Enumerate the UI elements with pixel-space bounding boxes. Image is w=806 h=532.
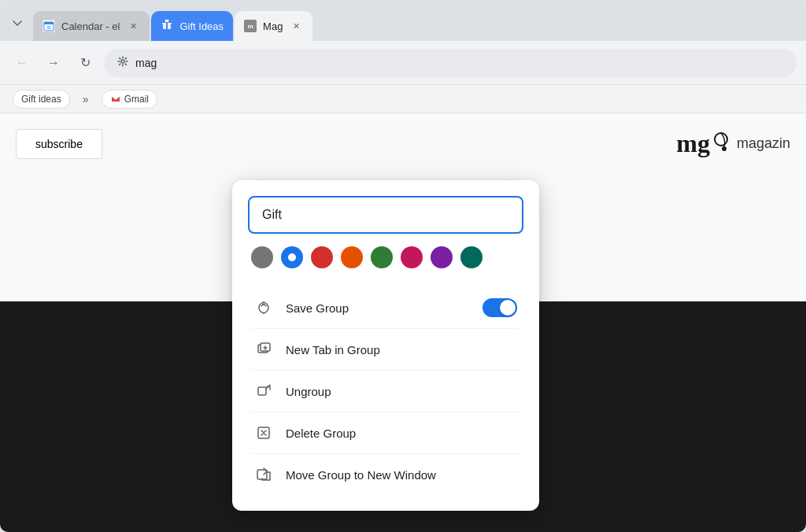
toolbar: ← → ↻ mag bbox=[0, 41, 806, 85]
mag-branding: mg magazin bbox=[676, 129, 790, 158]
settings-icon bbox=[116, 55, 129, 70]
dropdown-panel: Save Group New Tab in Group bbox=[232, 180, 539, 511]
menu-item-new-tab[interactable]: New Tab in Group bbox=[248, 329, 523, 371]
subscribe-button[interactable]: subscribe bbox=[16, 129, 102, 159]
calendar-favicon: 31 bbox=[43, 20, 55, 32]
new-tab-icon bbox=[254, 340, 273, 359]
svg-point-9 bbox=[715, 133, 727, 146]
forward-button[interactable]: → bbox=[41, 50, 66, 76]
ungroup-label: Ungroup bbox=[286, 385, 517, 398]
color-purple[interactable] bbox=[431, 246, 453, 268]
svg-point-10 bbox=[722, 146, 727, 151]
delete-group-label: Delete Group bbox=[286, 427, 517, 440]
mag-tab-close[interactable]: ✕ bbox=[289, 19, 303, 33]
calendar-tab-close[interactable]: ✕ bbox=[126, 19, 140, 33]
move-group-label: Move Group to New Window bbox=[286, 468, 517, 482]
menu-item-ungroup[interactable]: Ungroup bbox=[248, 371, 523, 412]
svg-rect-6 bbox=[166, 22, 168, 29]
color-green[interactable] bbox=[371, 246, 393, 268]
mag-logo: mg bbox=[676, 129, 730, 158]
tab-calendar[interactable]: 31 Calendar - el ✕ bbox=[33, 11, 150, 41]
reload-button[interactable]: ↻ bbox=[72, 50, 98, 76]
bookmarks-bar: Gift ideas » Gmail bbox=[0, 85, 806, 113]
color-pink[interactable] bbox=[401, 246, 423, 268]
gift-tab-icon bbox=[161, 19, 173, 34]
save-group-icon bbox=[254, 298, 273, 317]
delete-group-icon bbox=[254, 423, 273, 442]
back-button[interactable]: ← bbox=[9, 50, 35, 76]
new-tab-label: New Tab in Group bbox=[286, 343, 517, 357]
menu-item-delete-group[interactable]: Delete Group bbox=[248, 412, 523, 454]
color-orange[interactable] bbox=[341, 246, 363, 268]
bookmark-gmail[interactable]: Gmail bbox=[102, 90, 157, 109]
color-blue[interactable] bbox=[281, 246, 303, 268]
mag-favicon: m bbox=[244, 20, 257, 32]
svg-rect-1 bbox=[44, 22, 54, 24]
mag-tab-title: Mag bbox=[263, 20, 283, 32]
color-red[interactable] bbox=[311, 246, 333, 268]
bookmark-gift-ideas[interactable]: Gift ideas bbox=[13, 90, 70, 109]
save-group-toggle[interactable] bbox=[482, 298, 517, 317]
tab-bar: 31 Calendar - el ✕ Gift Ideas m Mag bbox=[0, 0, 806, 41]
group-name-input[interactable] bbox=[248, 196, 523, 234]
toggle-knob bbox=[500, 300, 516, 316]
mag-logo-icon bbox=[712, 131, 730, 157]
page-content: subscribe mg magazin bbox=[0, 113, 806, 532]
svg-point-7 bbox=[121, 60, 124, 63]
tab-mag[interactable]: m Mag ✕ bbox=[235, 11, 312, 41]
tab-list-button[interactable] bbox=[6, 13, 28, 35]
color-teal[interactable] bbox=[460, 246, 482, 268]
ungroup-icon bbox=[254, 382, 273, 401]
gmail-favicon bbox=[110, 94, 121, 105]
subscribe-area: subscribe bbox=[16, 129, 102, 159]
svg-rect-13 bbox=[258, 387, 266, 395]
bookmark-gift-ideas-label: Gift ideas bbox=[21, 94, 61, 105]
menu-item-save-group[interactable]: Save Group bbox=[248, 287, 523, 329]
color-grey[interactable] bbox=[251, 246, 273, 268]
address-bar[interactable]: mag bbox=[104, 49, 797, 77]
tab-gift-ideas[interactable]: Gift Ideas bbox=[151, 11, 233, 41]
browser-frame: 31 Calendar - el ✕ Gift Ideas m Mag bbox=[0, 0, 806, 532]
bookmark-gmail-label: Gmail bbox=[124, 94, 149, 105]
mag-title-text: magazin bbox=[737, 135, 790, 152]
address-text: mag bbox=[135, 57, 157, 69]
svg-text:31: 31 bbox=[46, 25, 51, 30]
menu-item-move-group[interactable]: Move Group to New Window bbox=[248, 454, 523, 495]
gift-ideas-tab-title: Gift Ideas bbox=[179, 20, 224, 32]
move-group-icon bbox=[254, 465, 273, 484]
bookmark-more[interactable]: » bbox=[76, 90, 95, 109]
save-group-label: Save Group bbox=[286, 301, 470, 315]
calendar-tab-title: Calendar - el bbox=[61, 20, 120, 32]
color-swatches bbox=[248, 246, 523, 268]
bookmark-more-label: » bbox=[83, 93, 89, 105]
